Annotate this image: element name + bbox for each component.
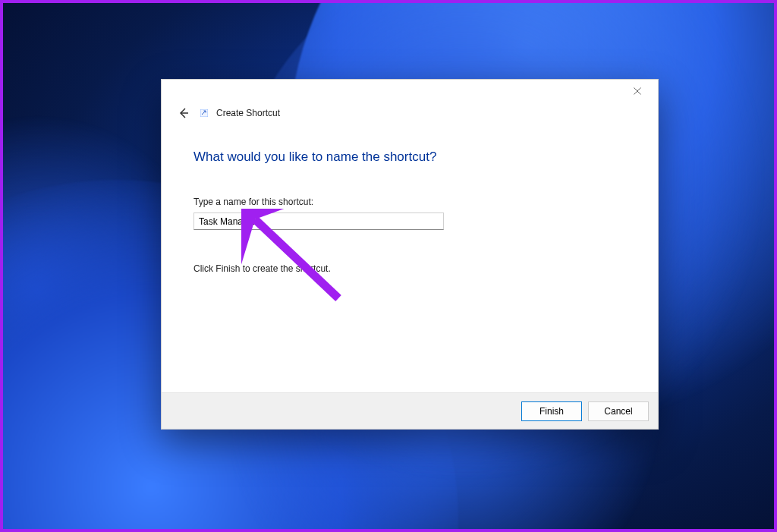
dialog-nav-row: Create Shortcut <box>162 102 658 124</box>
back-button[interactable] <box>175 105 192 121</box>
dialog-footer: Finish Cancel <box>162 392 658 429</box>
create-shortcut-dialog: Create Shortcut What would you like to n… <box>161 79 659 430</box>
shortcut-icon <box>200 109 209 118</box>
arrow-left-icon <box>178 107 190 119</box>
shortcut-name-input[interactable] <box>193 212 444 230</box>
close-button[interactable] <box>624 81 650 101</box>
close-icon <box>634 87 641 95</box>
dialog-heading: What would you like to name the shortcut… <box>193 150 635 165</box>
name-field-label: Type a name for this shortcut: <box>193 197 635 207</box>
dialog-titlebar <box>162 80 658 102</box>
dialog-title: Create Shortcut <box>216 108 280 118</box>
dialog-content: What would you like to name the shortcut… <box>162 124 658 392</box>
finish-button[interactable]: Finish <box>521 401 582 421</box>
cancel-button[interactable]: Cancel <box>588 401 649 421</box>
dialog-hint: Click Finish to create the shortcut. <box>193 263 635 274</box>
